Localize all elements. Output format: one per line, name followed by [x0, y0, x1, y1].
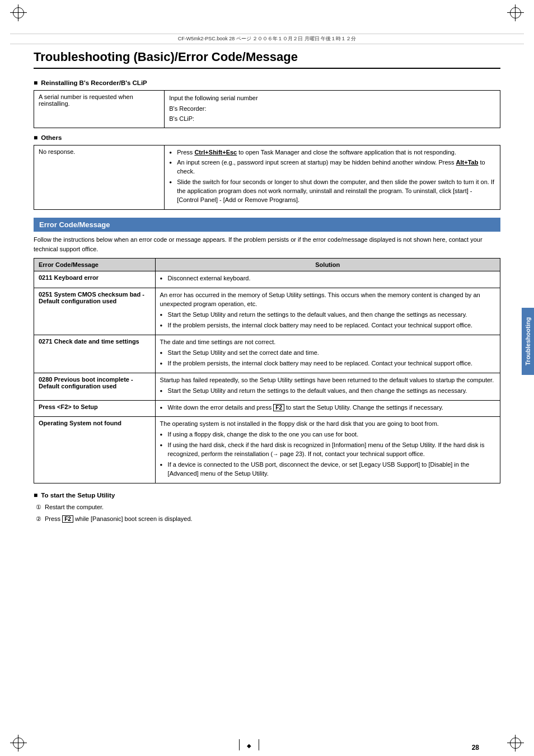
solution-0211: Disconnect external keyboard. — [155, 271, 500, 288]
sidebar-tab: Troubleshooting — [522, 308, 534, 375]
ctrl-shift-esc-key: Ctrl+Shift+Esc — [194, 149, 237, 156]
others-bullet-list: Press Ctrl+Shift+Esc to open Task Manage… — [169, 148, 495, 205]
list-item: If using the hard disk, check if the har… — [160, 441, 495, 459]
list-item: Start the Setup Utility and set the corr… — [160, 349, 495, 358]
solution-bullets-0251: Start the Setup Utility and return the s… — [160, 311, 495, 330]
list-item: Disconnect external keyboard. — [160, 274, 495, 283]
list-item: If the problem persists, the internal cl… — [160, 359, 495, 368]
error-code-0271: 0271 Check date and time settings — [34, 335, 156, 373]
brecorder-label: B's Recorder: — [169, 104, 495, 114]
setup-utility-section: To start the Setup Utility ① Restart the… — [34, 491, 500, 523]
table-row: Operating System not found The operating… — [34, 417, 500, 483]
solution-bullets-0211: Disconnect external keyboard. — [160, 274, 495, 283]
f2-key-setup: F2 — [62, 515, 73, 523]
header-registration — [0, 0, 534, 34]
setup-steps: ① Restart the computer. ② Press F2 while… — [34, 503, 500, 523]
solution-intro-os: The operating system is not installed in… — [160, 420, 495, 429]
reinstalling-condition: A serial number is requested when reinst… — [34, 91, 165, 128]
step-num-1: ① — [36, 503, 41, 512]
reinstalling-table: A serial number is requested when reinst… — [34, 90, 500, 128]
list-item: Slide the switch for four seconds or lon… — [169, 178, 495, 205]
setup-step-2: ② Press F2 while [Panasonic] boot screen… — [45, 514, 500, 524]
table-row: 0251 System CMOS checksum bad - Default … — [34, 288, 500, 335]
error-table-head: Error Code/Message Solution — [34, 259, 500, 271]
list-item: Press Ctrl+Shift+Esc to open Task Manage… — [169, 148, 495, 157]
solution-f2: Write down the error details and press F… — [155, 400, 500, 417]
setup-step-1: ① Restart the computer. — [45, 503, 500, 512]
solution-bullets-os: If using a floppy disk, change the disk … — [160, 430, 495, 478]
error-description: Follow the instructions below when an er… — [34, 235, 500, 253]
solution-0280: Startup has failed repeatedly, so the Se… — [155, 373, 500, 400]
solution-bullets-0271: Start the Setup Utility and set the corr… — [160, 349, 495, 368]
arrow-ref: → — [273, 451, 278, 457]
error-code-0251: 0251 System CMOS checksum bad - Default … — [34, 288, 156, 335]
content-area: Troubleshooting (Basic)/Error Code/Messa… — [0, 44, 534, 542]
error-code-0211: 0211 Keyboard error — [34, 271, 156, 288]
error-table: Error Code/Message Solution 0211 Keyboar… — [34, 258, 500, 483]
f2-key: F2 — [273, 404, 284, 411]
list-item: Write down the error details and press F… — [160, 403, 495, 412]
table-row: A serial number is requested when reinst… — [34, 91, 500, 128]
others-condition: No response. — [34, 145, 165, 210]
solution-intro-0271: The date and time settings are not corre… — [160, 338, 495, 347]
list-item: If a device is connected to the USB port… — [160, 461, 495, 478]
solution-0271: The date and time settings are not corre… — [155, 335, 500, 373]
sidebar-label: Troubleshooting — [524, 317, 531, 365]
solution-0251: An error has occurred in the memory of S… — [155, 288, 500, 335]
error-code-os: Operating System not found — [34, 417, 156, 483]
solution-intro-0280: Startup has failed repeatedly, so the Se… — [160, 376, 495, 385]
alt-tab-key: Alt+Tab — [456, 159, 479, 166]
table-row: Press <F2> to Setup Write down the error… — [34, 400, 500, 417]
error-table-body: 0211 Keyboard error Disconnect external … — [34, 271, 500, 483]
table-row: 0271 Check date and time settings The da… — [34, 335, 500, 373]
step-num-2: ② — [36, 514, 41, 524]
file-info-text: CF-W5mk2-PSC.book 28 ページ ２００６年１０月２日 月曜日 … — [178, 36, 357, 41]
list-item: If the problem persists, the internal cl… — [160, 321, 495, 330]
bclip-label: B's CLiP: — [169, 114, 495, 124]
list-item: An input screen (e.g., password input sc… — [169, 158, 495, 176]
table-row: 0211 Keyboard error Disconnect external … — [34, 271, 500, 288]
solution-os: The operating system is not installed in… — [155, 417, 500, 483]
table-header-row: Error Code/Message Solution — [34, 259, 500, 271]
setup-utility-header: To start the Setup Utility — [34, 491, 500, 499]
error-section-header: Error Code/Message — [34, 218, 500, 232]
reg-mark-topleft — [10, 4, 27, 21]
error-code-f2: Press <F2> to Setup — [34, 400, 156, 417]
others-solutions: Press Ctrl+Shift+Esc to open Task Manage… — [165, 145, 500, 210]
others-header: Others — [34, 134, 500, 142]
reg-mark-topright — [507, 4, 524, 21]
reg-mark-bottomleft — [10, 735, 27, 752]
reinstalling-intro: Input the following serial number — [169, 93, 495, 103]
col-header-code: Error Code/Message — [34, 259, 156, 271]
page-title: Troubleshooting (Basic)/Error Code/Messa… — [34, 50, 500, 69]
reinstalling-header: Reinstalling B's Recorder/B's CLiP — [34, 79, 500, 87]
table-row: No response. Press Ctrl+Shift+Esc to ope… — [34, 145, 500, 210]
page-wrapper: CF-W5mk2-PSC.book 28 ページ ２００６年１０月２日 月曜日 … — [0, 0, 534, 756]
page-number: 28 — [472, 744, 479, 752]
col-header-solution: Solution — [155, 259, 500, 271]
solution-bullets-0280: Start the Setup Utility and return the s… — [160, 387, 495, 396]
list-item: If using a floppy disk, change the disk … — [160, 430, 495, 439]
table-row: 0280 Previous boot incomplete - Default … — [34, 373, 500, 400]
others-table: No response. Press Ctrl+Shift+Esc to ope… — [34, 145, 500, 210]
file-info-bar: CF-W5mk2-PSC.book 28 ページ ２００６年１０月２日 月曜日 … — [10, 34, 524, 44]
solution-bullets-f2: Write down the error details and press F… — [160, 403, 495, 412]
footer-area: ◆ 28 — [0, 730, 534, 756]
reg-mark-bottomright — [507, 735, 524, 752]
solution-intro-0251: An error has occurred in the memory of S… — [160, 291, 495, 309]
setup-step-2-text: Press F2 while [Panasonic] boot screen i… — [45, 515, 193, 522]
list-item: Start the Setup Utility and return the s… — [160, 387, 495, 396]
reinstalling-solution: Input the following serial number B's Re… — [165, 91, 500, 128]
error-code-0280: 0280 Previous boot incomplete - Default … — [34, 373, 156, 400]
list-item: Start the Setup Utility and return the s… — [160, 311, 495, 320]
setup-step-1-text: Restart the computer. — [45, 504, 104, 510]
